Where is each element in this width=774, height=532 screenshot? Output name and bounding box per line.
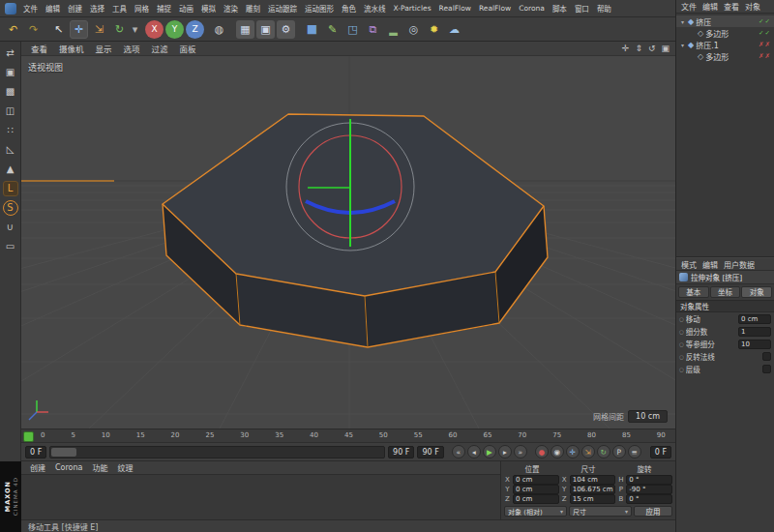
viewport-menu-item[interactable]: 摄像机 — [53, 43, 90, 54]
menu-item[interactable]: 文件 — [19, 3, 42, 14]
object-row[interactable]: ▾ ◆ 挤压.1 ✗✗ — [676, 39, 774, 50]
polygons-mode-icon[interactable]: ▲ — [3, 162, 18, 177]
object-name[interactable]: 挤压 — [696, 16, 711, 27]
object-manager-menu-item[interactable]: 查看 — [721, 1, 742, 12]
object-row[interactable]: ◇ 多边形 ✓✓ — [676, 27, 774, 39]
model-mode-icon[interactable]: ▣ — [3, 65, 18, 80]
size-mode-select[interactable]: 尺寸▾ — [569, 506, 632, 517]
rotation-field[interactable]: 0 ° — [626, 494, 672, 504]
expand-icon[interactable]: ▾ — [679, 18, 686, 25]
points-mode-icon[interactable]: ∷ — [3, 123, 18, 138]
expand-icon[interactable]: ▾ — [679, 42, 686, 48]
menu-item[interactable]: 模拟 — [197, 3, 220, 14]
material-menu-item[interactable]: 功能 — [87, 462, 112, 473]
record-keyframe-button[interactable]: ● — [535, 445, 549, 458]
grid-spacing-value[interactable]: 10 cm — [628, 410, 668, 423]
viewport-canvas[interactable] — [21, 42, 675, 429]
timeline-ruler[interactable]: 051015202530354045505560657075808590 — [21, 429, 675, 443]
attribute-menu-item[interactable]: 编辑 — [700, 259, 721, 270]
render-picture-viewer-icon[interactable]: ▣ — [256, 20, 275, 39]
object-enable-toggle[interactable]: ✗✗ — [759, 41, 774, 48]
material-menu-item[interactable]: Corona — [50, 463, 87, 472]
pen-spline-icon[interactable]: ✎ — [323, 20, 342, 39]
make-editable-icon[interactable]: ⇄ — [3, 45, 18, 61]
start-frame-field[interactable]: 0 F — [25, 446, 46, 458]
pan-view-icon[interactable]: ✛ — [622, 44, 630, 53]
key-pla-button[interactable]: ≡ — [628, 445, 641, 458]
snap-enable-icon[interactable]: ∪ — [3, 220, 18, 235]
attribute-tab[interactable]: 坐标 — [710, 286, 741, 298]
menu-item[interactable]: X-Particles — [390, 4, 435, 13]
rotate-tool-icon[interactable]: ↻ — [110, 20, 129, 39]
array-generator-icon[interactable]: ⧉ — [364, 20, 382, 39]
solo-mode-icon[interactable]: S — [3, 200, 18, 216]
menu-item[interactable]: RealFlow — [435, 4, 475, 13]
end-frame-field-2[interactable]: 90 F — [417, 446, 443, 458]
object-manager-menu-item[interactable]: 文件 — [678, 1, 700, 12]
move-tool-icon[interactable]: ✛ — [70, 20, 88, 39]
viewport-menu-item[interactable]: 查看 — [25, 43, 53, 54]
x-axis-lock-icon[interactable]: X — [145, 20, 164, 39]
range-slider-handle[interactable] — [51, 448, 76, 457]
key-parameter-button[interactable]: P — [612, 445, 626, 458]
key-position-button[interactable]: ✛ — [566, 445, 580, 458]
redo-icon[interactable]: ↷ — [24, 20, 43, 39]
viewport[interactable]: 查看摄像机显示选项过滤面板 ✛⇕↺▣ 透视视图 网格间距 10 cm — [21, 42, 675, 429]
menu-item[interactable]: RealFlow — [475, 4, 515, 13]
object-row[interactable]: ◇ 多边形 ✗✗ — [676, 50, 774, 62]
edges-mode-icon[interactable]: ◺ — [3, 142, 18, 158]
size-field[interactable]: 106.675 cm — [570, 485, 616, 494]
position-field[interactable]: 0 cm — [513, 494, 559, 504]
viewport-menu-item[interactable]: 面板 — [174, 43, 202, 54]
recent-tools-icon[interactable]: ▾ — [131, 20, 139, 39]
camera-object-icon[interactable]: ◎ — [404, 20, 423, 39]
z-axis-lock-icon[interactable]: Z — [186, 20, 204, 39]
viewport-menu-item[interactable]: 显示 — [90, 43, 118, 54]
menu-item[interactable]: 运动跟踪 — [264, 3, 301, 14]
menu-item[interactable]: 渲染 — [220, 3, 242, 14]
frame-range-slider[interactable] — [49, 446, 385, 458]
menu-item[interactable]: 捕捉 — [153, 3, 175, 14]
menu-item[interactable]: 编辑 — [42, 3, 64, 14]
menu-item[interactable]: 创建 — [64, 3, 86, 14]
toggle-view-icon[interactable]: ▣ — [661, 44, 670, 53]
rotation-field[interactable]: 0 ° — [626, 475, 672, 485]
menu-item[interactable]: 动画 — [175, 3, 197, 14]
object-name[interactable]: 多边形 — [705, 51, 729, 62]
property-field[interactable]: 0 cm — [738, 314, 771, 324]
attribute-tab[interactable]: 对象 — [741, 286, 772, 298]
property-field[interactable]: 10 — [738, 340, 771, 349]
goto-end-button[interactable]: » — [514, 445, 527, 458]
position-field[interactable]: 0 cm — [513, 475, 559, 485]
object-name[interactable]: 多边形 — [705, 28, 729, 39]
rotate-view-icon[interactable]: ↺ — [648, 44, 656, 53]
size-field[interactable]: 15 cm — [570, 494, 616, 504]
menu-item[interactable]: 网格 — [131, 3, 153, 14]
prev-frame-button[interactable]: ◂ — [467, 445, 481, 458]
object-enable-toggle[interactable]: ✓✓ — [759, 17, 774, 25]
y-axis-lock-icon[interactable]: Y — [165, 20, 184, 39]
zoom-view-icon[interactable]: ⇕ — [635, 44, 642, 53]
attribute-tab[interactable]: 基本 — [678, 286, 709, 298]
goto-start-button[interactable]: « — [452, 445, 465, 458]
material-menu-item[interactable]: 纹理 — [112, 462, 137, 473]
coordinate-system-icon[interactable]: ◍ — [210, 20, 228, 39]
apply-button[interactable]: 应用 — [634, 506, 672, 517]
autokey-button[interactable]: ◉ — [551, 445, 564, 458]
undo-icon[interactable]: ↶ — [4, 20, 22, 39]
current-frame-marker[interactable] — [23, 431, 34, 442]
current-frame-field[interactable]: 0 F — [650, 446, 671, 458]
viewport-menu-item[interactable]: 选项 — [118, 43, 146, 54]
property-field[interactable]: 1 — [738, 327, 771, 337]
render-view-icon[interactable]: ▦ — [236, 20, 254, 39]
live-selection-icon[interactable]: ↖ — [49, 20, 68, 39]
workplane-lock-icon[interactable]: ▭ — [3, 239, 18, 254]
workplane-mode-icon[interactable]: ◫ — [3, 103, 18, 119]
object-manager-menu-item[interactable]: 对象 — [742, 1, 763, 12]
attribute-menu-item[interactable]: 用户数据 — [721, 259, 758, 270]
enable-axis-icon[interactable]: L — [3, 181, 18, 196]
menu-item[interactable]: 运动图形 — [301, 3, 338, 14]
end-frame-field[interactable]: 90 F — [388, 446, 414, 458]
menu-item[interactable]: 角色 — [338, 3, 360, 14]
sky-object-icon[interactable]: ☁ — [445, 20, 463, 39]
